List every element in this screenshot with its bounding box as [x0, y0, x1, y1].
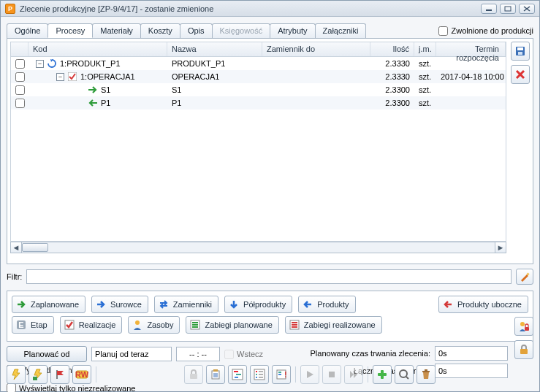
row-kod: 1:OPERACJA1 [80, 72, 135, 81]
add-button[interactable] [373, 365, 392, 384]
list-button[interactable] [250, 365, 269, 384]
col-checkbox [11, 42, 28, 56]
col-termin[interactable]: Termin rozpoczęcia [436, 42, 506, 56]
row-checkbox[interactable] [15, 59, 25, 69]
svg-rect-43 [256, 377, 257, 378]
btn-zamienniki[interactable]: Zamienniki [154, 296, 218, 313]
row-term [436, 88, 506, 91]
minimize-button[interactable] [481, 4, 497, 14]
arrow-green-l-icon [88, 98, 98, 108]
col-zamiennik[interactable]: Zamiennik do [262, 42, 370, 56]
row-nazwa: P1 [167, 97, 262, 109]
flag-button[interactable] [50, 365, 69, 384]
process-grid[interactable]: Kod Nazwa Zamiennik do Ilość j.m. Termin… [10, 42, 506, 242]
table-row[interactable]: −1:PRODUKT_P1PRODUKT_P12.3330szt. [11, 57, 506, 70]
row-term [436, 62, 506, 65]
trash-button[interactable] [417, 365, 436, 384]
maximize-button[interactable] [500, 4, 516, 14]
table-row[interactable]: P1P12.3300szt. [11, 96, 506, 109]
svg-rect-56 [422, 371, 430, 372]
plan-from-input[interactable] [91, 347, 172, 361]
svg-text:RW: RW [75, 370, 88, 379]
tab-attachments[interactable]: Załączniki [315, 23, 367, 38]
app-icon: P [5, 4, 15, 14]
planned-duration-label: Planowany czas trwania zlecenia: [284, 349, 430, 358]
clipboard-button[interactable] [206, 365, 225, 384]
filter-label: Filtr: [7, 272, 22, 281]
btn-zasoby[interactable]: Zasoby [128, 316, 180, 334]
tab-processes[interactable]: Procesy [47, 23, 93, 38]
btn-zabiegi-realizowane[interactable]: Zabiegi realizowane [285, 316, 382, 334]
close-button[interactable] [519, 4, 535, 14]
col-jm[interactable]: j.m. [414, 42, 436, 56]
btn-polprodukty[interactable]: Półprodukty [224, 296, 292, 313]
row-checkbox[interactable] [15, 85, 25, 95]
released-checkbox-input[interactable] [438, 26, 448, 36]
play-button [300, 365, 319, 384]
row-qty: 2.3330 [370, 58, 414, 69]
table-row[interactable]: −1:OPERACJA1OPERACJA12.3330szt.2017-04-1… [11, 70, 506, 83]
table-row[interactable]: S1S12.3300szt. [11, 83, 506, 96]
btn-produkty-uboczne[interactable]: Produkty uboczne [438, 296, 528, 313]
arrow-right-green-icon [15, 298, 28, 311]
svg-rect-30 [190, 374, 197, 379]
cycle-blue-icon [47, 58, 57, 69]
btn-surowce[interactable]: Surowce [91, 296, 148, 313]
back-checkbox: Wstecz [224, 350, 263, 359]
tab-costs[interactable]: Koszty [140, 23, 180, 38]
rw-button[interactable]: RW [72, 365, 91, 384]
svg-rect-32 [213, 369, 218, 372]
tree-toggle-icon[interactable]: − [56, 73, 64, 81]
row-jm: szt. [414, 84, 436, 96]
row-checkbox[interactable] [15, 99, 25, 108]
svg-point-14 [135, 320, 140, 325]
arrow-down-blue-icon [227, 298, 240, 311]
svg-rect-7 [518, 52, 522, 55]
svg-rect-51 [329, 372, 335, 377]
tab-materials[interactable]: Materiały [92, 23, 141, 38]
list-red-icon [288, 318, 301, 331]
zoom-button[interactable] [395, 365, 414, 384]
scroll-thumb[interactable] [22, 243, 48, 252]
lock-button[interactable] [514, 340, 533, 359]
delete-button[interactable] [511, 65, 530, 84]
btn-zaplanowane[interactable]: Zaplanowane [12, 296, 85, 313]
svg-rect-6 [517, 47, 523, 50]
tab-general[interactable]: Ogólne [7, 23, 48, 38]
btn-etap[interactable]: EEtap [12, 316, 54, 334]
tab-description[interactable]: Opis [180, 23, 213, 38]
check-red-icon [67, 72, 77, 82]
col-nazwa[interactable]: Nazwa [167, 42, 262, 56]
scroll-left-icon[interactable]: ◄ [10, 242, 22, 253]
filter-input[interactable] [26, 269, 512, 284]
col-ilosc[interactable]: Ilość [370, 42, 414, 56]
window-title: Zlecenie produkcyjne [ZP-9/4/17] - zosta… [20, 4, 213, 13]
btn-realizacje[interactable]: Realizacje [60, 316, 123, 334]
scroll-right-icon[interactable]: ► [495, 242, 506, 253]
row-zamiennik [262, 62, 370, 65]
save-button[interactable] [511, 42, 530, 61]
row-qty: 2.3330 [370, 71, 414, 82]
flash-button-1[interactable] [7, 365, 26, 384]
flash-button-2[interactable] [28, 365, 47, 384]
row-checkbox[interactable] [15, 72, 25, 82]
tab-attributes[interactable]: Atrybuty [270, 23, 315, 38]
fwd-button [344, 365, 363, 384]
user-lock-button[interactable] [514, 317, 533, 336]
svg-text:E: E [18, 320, 23, 329]
col-kod[interactable]: Kod [28, 42, 167, 56]
btn-produkty[interactable]: Produkty [298, 296, 355, 313]
released-checkbox[interactable]: Zwolnione do produkcji [438, 26, 533, 36]
plan-from-button[interactable]: Planować od [7, 346, 87, 362]
tree-toggle-icon[interactable]: − [36, 60, 44, 68]
svg-rect-37 [234, 371, 238, 372]
plan-time-input[interactable] [176, 347, 220, 361]
row-zamiennik [262, 101, 370, 104]
gantt-button[interactable] [228, 365, 247, 384]
filter-edit-button[interactable] [516, 269, 533, 285]
svg-point-23 [520, 322, 525, 326]
svg-rect-42 [256, 374, 257, 375]
horizontal-scrollbar[interactable]: ◄ ► [10, 242, 506, 253]
btn-zabiegi-planowane[interactable]: Zabiegi planowane [186, 316, 278, 334]
exclaim-button[interactable]: ! [272, 365, 291, 384]
